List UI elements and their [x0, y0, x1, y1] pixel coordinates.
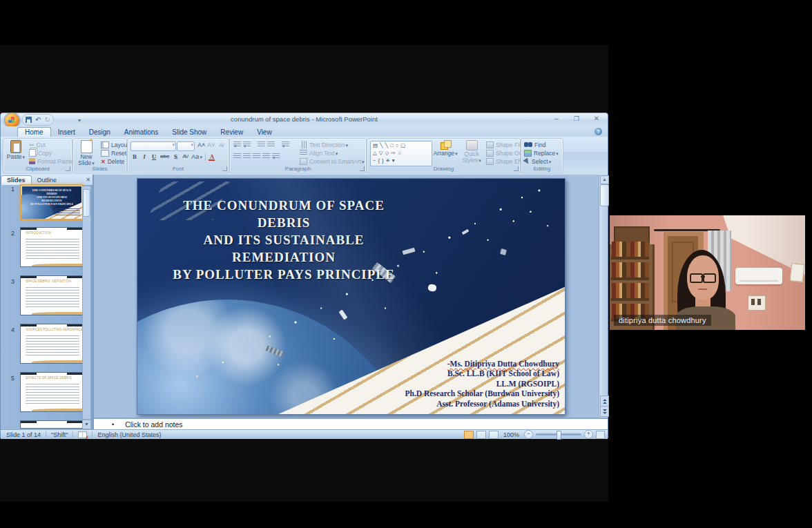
- editor-scrollbar-thumb[interactable]: [600, 184, 609, 206]
- slide-thumbnail-6[interactable]: [20, 420, 84, 429]
- text-direction-button[interactable]: Text Direction: [300, 141, 365, 148]
- tab-design[interactable]: Design: [82, 128, 117, 137]
- shapes-gallery[interactable]: ▤╲╲□○▢ △▽◇⇨☆ ~{}✳▾: [370, 141, 432, 166]
- quick-styles-button[interactable]: Quick Styles: [459, 140, 484, 166]
- tab-slide-show[interactable]: Slide Show: [165, 128, 213, 137]
- slide-thumbnail-4[interactable]: SOURCES POLLUTING AEROSPACE: [20, 324, 84, 364]
- tab-home[interactable]: Home: [17, 127, 51, 137]
- align-left-button[interactable]: [233, 153, 241, 159]
- justify-button[interactable]: [262, 153, 270, 159]
- font-size-combo[interactable]: [177, 141, 195, 151]
- find-icon: [524, 142, 532, 148]
- ribbon: Paste Cut Copy Format Painter Clipboard: [1, 137, 608, 175]
- slide-thumbnail-2[interactable]: INTRODUCTION: [20, 227, 84, 267]
- slide-canvas[interactable]: THE CONUNDRUM OF SPACE DEBRIS AND ITS SU…: [137, 178, 566, 415]
- align-text-button[interactable]: Align Text: [300, 149, 365, 157]
- restore-button[interactable]: [570, 115, 583, 122]
- paste-button[interactable]: Paste: [6, 140, 26, 166]
- cut-button[interactable]: Cut: [29, 141, 76, 148]
- slide-thumbnail-1[interactable]: THE CONUNDRUM OF SPACEDEBRIS AND ITS SUS…: [20, 184, 84, 220]
- new-slide-button[interactable]: New Slide: [75, 140, 98, 166]
- panel-scrollbar-thumb[interactable]: [83, 189, 90, 217]
- slides-panel: Slides Outline 1 THE CONUNDRUM OF SPACED…: [1, 175, 94, 429]
- character-spacing-button[interactable]: AV: [180, 153, 190, 161]
- italic-button[interactable]: I: [139, 153, 149, 161]
- title-bar: conundrum of space debris - Microsoft Po…: [1, 113, 608, 126]
- clear-formatting-button[interactable]: A̷: [216, 141, 226, 149]
- smartart-icon: [300, 158, 307, 165]
- slide-sorter-view-button[interactable]: [476, 431, 486, 439]
- panel-close-icon[interactable]: [86, 177, 90, 183]
- drawing-dialog-launcher[interactable]: [514, 166, 519, 171]
- scroll-up-icon[interactable]: [600, 175, 609, 184]
- zoom-in-button[interactable]: +: [584, 430, 593, 439]
- text-shadow-button[interactable]: S: [171, 153, 180, 161]
- zoom-slider-thumb[interactable]: [557, 431, 561, 440]
- normal-view-button[interactable]: [464, 431, 474, 439]
- zoom-slider[interactable]: [536, 433, 581, 436]
- replace-icon: [524, 150, 532, 157]
- slide-show-view-button[interactable]: [489, 431, 499, 439]
- zoom-out-button[interactable]: −: [524, 430, 533, 439]
- tab-insert[interactable]: Insert: [51, 128, 82, 137]
- columns-button[interactable]: [272, 153, 280, 159]
- ribbon-group-paragraph: Text Direction Align Text Convert to Sma…: [229, 138, 367, 173]
- tab-review[interactable]: Review: [213, 128, 250, 137]
- paragraph-dialog-launcher[interactable]: [360, 166, 365, 171]
- panel-tab-slides[interactable]: Slides: [1, 175, 32, 185]
- editor-scrollbar[interactable]: [599, 175, 608, 418]
- font-color-button[interactable]: A: [207, 153, 217, 161]
- decrease-indent-button[interactable]: [258, 141, 265, 148]
- thumbnail-author-lines: [55, 208, 80, 217]
- webcam-video[interactable]: ditipriya dutta chowdhury: [610, 215, 805, 330]
- font-name-combo[interactable]: [130, 141, 176, 151]
- shrink-font-button[interactable]: A˅: [206, 141, 216, 149]
- tab-view[interactable]: View: [250, 128, 279, 137]
- panel-scrollbar[interactable]: [82, 186, 91, 420]
- clipboard-dialog-launcher[interactable]: [66, 166, 70, 171]
- slide-thumbnail-3[interactable]: SPACE DEBRIS: DEFINITION: [20, 275, 84, 315]
- previous-slide-button[interactable]: [600, 395, 609, 407]
- shape-icons: △▽◇⇨☆: [371, 149, 432, 157]
- fit-to-window-button[interactable]: [596, 431, 605, 439]
- arrange-button[interactable]: Arrange: [434, 140, 457, 166]
- quick-styles-icon: [466, 140, 478, 150]
- select-button[interactable]: Select: [524, 157, 559, 165]
- slide-author-block[interactable]: -Ms. Ditipriya Dutta Chowdhury B.Sc. LL.…: [405, 359, 559, 409]
- underline-button[interactable]: U: [149, 153, 159, 161]
- format-painter-button[interactable]: Format Painter: [29, 157, 76, 165]
- grow-font-button[interactable]: A˄: [196, 141, 206, 149]
- align-center-button[interactable]: [243, 153, 251, 159]
- slide-thumbnail-5[interactable]: EFFECTS OF SPACE DEBRIS: [20, 372, 84, 412]
- font-dialog-launcher[interactable]: [222, 166, 227, 171]
- change-case-button[interactable]: Aa: [190, 153, 204, 161]
- help-button[interactable]: ?: [594, 128, 602, 135]
- convert-smartart-button[interactable]: Convert to SmartArt: [300, 157, 365, 165]
- theme-name: "Shift": [51, 431, 68, 438]
- align-right-button[interactable]: [253, 153, 260, 159]
- shape-fill-icon: [486, 141, 494, 148]
- minimize-button[interactable]: [550, 115, 563, 122]
- language-indicator[interactable]: English (United States): [97, 431, 161, 438]
- status-bar: Slide 1 of 14 "Shift" English (United St…: [1, 429, 608, 439]
- numbering-button[interactable]: [243, 141, 251, 148]
- replace-button[interactable]: Replace: [524, 149, 559, 157]
- tab-animations[interactable]: Animations: [117, 128, 165, 137]
- bullets-button[interactable]: [233, 141, 241, 148]
- zoom-level[interactable]: 100%: [503, 431, 519, 438]
- close-button[interactable]: [590, 115, 603, 122]
- strikethrough-button[interactable]: abe: [159, 153, 171, 161]
- spell-check-icon[interactable]: [78, 431, 87, 438]
- next-slide-button[interactable]: [600, 406, 609, 417]
- slide-title[interactable]: THE CONUNDRUM OF SPACE DEBRIS AND ITS SU…: [146, 197, 422, 283]
- ribbon-group-editing: Find Replace Select Editing: [521, 138, 563, 173]
- increase-indent-button[interactable]: [267, 141, 275, 148]
- panel-scroll-down-icon[interactable]: [82, 420, 91, 429]
- bold-button[interactable]: B: [130, 153, 139, 161]
- layout-icon: [101, 141, 109, 148]
- window-title: conundrum of space debris - Microsoft Po…: [1, 115, 608, 123]
- copy-button[interactable]: Copy: [29, 149, 76, 157]
- find-button[interactable]: Find: [524, 141, 559, 148]
- notes-pane[interactable]: • Click to add notes: [94, 418, 608, 429]
- line-spacing-button[interactable]: [282, 141, 289, 148]
